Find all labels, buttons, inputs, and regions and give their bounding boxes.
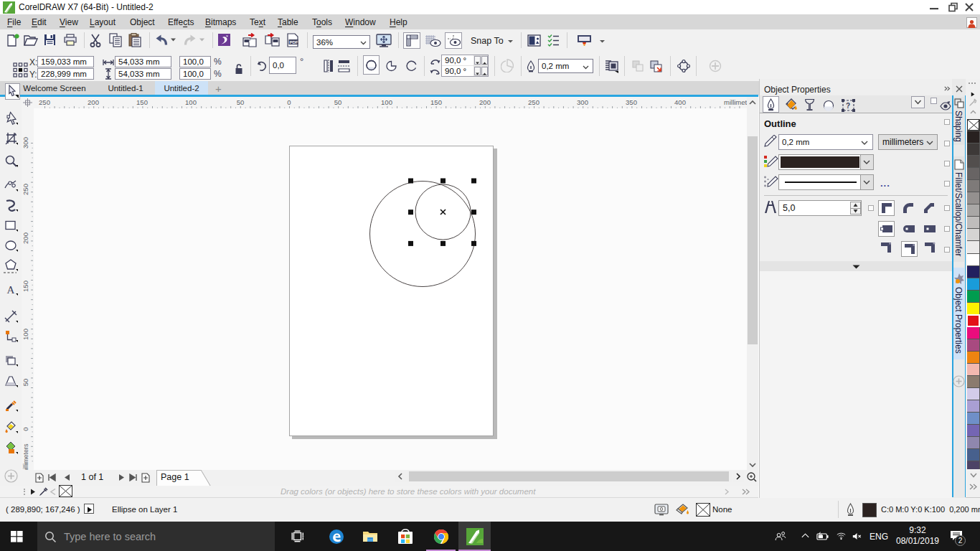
svg-text:0: 0 — [22, 427, 29, 430]
svg-text:A: A — [7, 284, 15, 296]
svg-text:300: 300 — [577, 98, 588, 106]
svg-text:150: 150 — [430, 98, 442, 106]
svg-text:250: 250 — [528, 98, 540, 106]
svg-text:200: 200 — [88, 98, 99, 106]
svg-text:200: 200 — [479, 98, 491, 106]
svg-text:150: 150 — [136, 98, 148, 106]
svg-text:millimeters: millimeters — [724, 98, 747, 106]
svg-text:50: 50 — [334, 98, 342, 106]
svg-text:100: 100 — [185, 98, 197, 106]
svg-text:50: 50 — [237, 98, 245, 106]
svg-text:PDF: PDF — [290, 40, 298, 44]
svg-text:millimeters: millimeters — [22, 443, 29, 470]
svg-text:400: 400 — [674, 98, 686, 106]
svg-text:300: 300 — [22, 137, 29, 149]
svg-text:0: 0 — [287, 98, 291, 106]
svg-text:100: 100 — [381, 98, 392, 106]
svg-text:250: 250 — [22, 184, 29, 195]
svg-text:50: 50 — [22, 379, 29, 387]
svg-text:100: 100 — [22, 329, 29, 340]
svg-text:?: ? — [846, 102, 850, 110]
svg-text:200: 200 — [22, 232, 29, 244]
svg-text:150: 150 — [22, 281, 29, 292]
svg-text:250: 250 — [39, 98, 50, 106]
svg-text:350: 350 — [626, 98, 637, 106]
